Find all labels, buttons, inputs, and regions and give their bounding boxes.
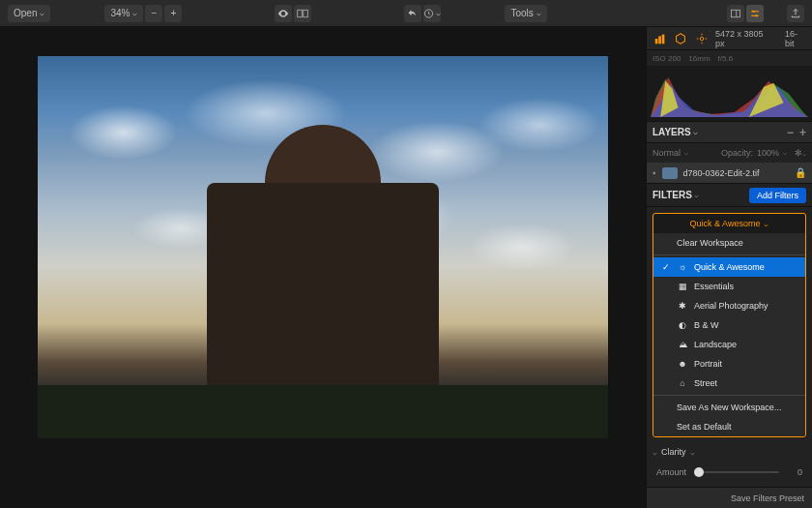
undo-button[interactable]: [404, 5, 421, 22]
undo-icon: [407, 8, 419, 19]
panel-layout-button[interactable]: [727, 5, 744, 22]
layer-thumbnail: [662, 167, 678, 179]
workspace-clear[interactable]: Clear Workspace: [653, 233, 805, 253]
workspace-dropdown: Quick & Awesome ⌵ Clear Workspace ✓ ☼ Qu…: [652, 213, 806, 437]
workspace-set-default[interactable]: Set as Default: [653, 417, 805, 436]
workspace-current[interactable]: Quick & Awesome ⌵: [653, 214, 805, 233]
blend-mode-select[interactable]: Normal: [652, 148, 681, 158]
workspace-item-quick-awesome[interactable]: ✓ ☼ Quick & Awesome: [653, 257, 805, 277]
layers-title: LAYERS: [652, 127, 691, 137]
check-icon: ✓: [661, 262, 671, 272]
svg-rect-11: [662, 34, 665, 44]
filters-panel-header: FILTERS ⌵ Add Filters: [647, 184, 812, 207]
opacity-label: Opacity:: [721, 148, 753, 158]
right-sidebar: 5472 x 3805 px 16-bit ISO 200 16mm f/5.6…: [646, 27, 812, 508]
zoom-out-button[interactable]: −: [145, 5, 162, 22]
workspace-set-default-label: Set as Default: [677, 422, 732, 432]
svg-point-8: [755, 15, 757, 16]
person-icon: ☻: [677, 359, 688, 369]
building-icon: ⌂: [677, 378, 688, 388]
canvas-area[interactable]: [0, 27, 646, 508]
svg-rect-10: [658, 36, 661, 44]
workspace-save-as-label: Save As New Workspace...: [677, 403, 781, 412]
clarity-amount-row: Amount 0: [647, 461, 812, 484]
sliders-panel-button[interactable]: [746, 5, 764, 22]
export-icon: [790, 8, 801, 19]
workspace-menu: Clear Workspace ✓ ☼ Quick & Awesome ▦ Es…: [653, 233, 805, 436]
history-icon: [423, 8, 434, 19]
workspace-item-label: Essentials: [694, 282, 734, 291]
layout-icon: [730, 8, 741, 19]
info-settings-icon[interactable]: [694, 31, 710, 46]
aperture-value: f/5.6: [718, 54, 734, 63]
preview-toggle-button[interactable]: [275, 5, 292, 22]
tools-button[interactable]: Tools ⌵: [505, 5, 546, 22]
circle-half-icon: ◐: [677, 320, 688, 330]
eye-icon: [277, 8, 289, 19]
open-button[interactable]: Open ⌵: [8, 5, 50, 22]
slider-thumb[interactable]: [694, 467, 704, 477]
image-dimensions: 5472 x 3805 px: [715, 29, 773, 48]
layers-collapse-icon[interactable]: −: [787, 127, 794, 138]
svg-rect-1: [304, 10, 308, 17]
workspace-item-label: Street: [694, 378, 717, 388]
sliders-icon: [749, 8, 761, 19]
chevron-down-icon[interactable]: ⌵: [694, 191, 699, 199]
info-histogram-icon[interactable]: [652, 31, 668, 46]
compare-button[interactable]: [294, 5, 311, 22]
zoom-in-button[interactable]: +: [164, 5, 182, 22]
workspace-save-as[interactable]: Save As New Workspace...: [653, 398, 805, 417]
grid-icon: ▦: [677, 282, 688, 291]
open-label: Open: [14, 8, 37, 18]
workspace-item-aerial[interactable]: ✱ Aerial Photography: [653, 296, 805, 315]
workspace-item-bw[interactable]: ◐ B & W: [653, 315, 805, 335]
workspace-item-label: Landscape: [694, 340, 737, 349]
history-button[interactable]: ⌵: [423, 5, 441, 22]
workspace-current-label: Quick & Awesome: [690, 219, 761, 228]
layer-controls: Normal⌵ Opacity: 100%⌵ ✻⌵: [647, 143, 812, 163]
add-filters-button[interactable]: Add Filters: [749, 188, 806, 203]
layer-row[interactable]: ▪ d780-0362-Edit-2.tif 🔒: [647, 163, 812, 184]
meta-bar: ISO 200 16mm f/5.6: [647, 50, 812, 66]
compare-icon: [297, 8, 308, 19]
filter-clarity[interactable]: ⌵ Clarity⌵: [647, 443, 812, 461]
layer-gear-icon[interactable]: ✻⌵: [795, 148, 806, 158]
workspace-item-label: Quick & Awesome: [694, 262, 765, 272]
svg-rect-0: [298, 10, 303, 17]
add-layer-icon[interactable]: +: [799, 127, 806, 138]
zoom-value-button[interactable]: 34% ⌵: [104, 5, 143, 22]
export-button[interactable]: [787, 5, 804, 22]
layers-panel-header[interactable]: LAYERS ⌵ − +: [647, 122, 812, 143]
mountain-icon: ⛰: [677, 340, 688, 349]
workspace-item-essentials[interactable]: ▦ Essentials: [653, 277, 805, 296]
top-toolbar: Open ⌵ 34% ⌵ − + ⌵ Tools ⌵: [0, 0, 812, 27]
workspace-item-portrait[interactable]: ☻ Portrait: [653, 354, 805, 374]
layer-name: d780-0362-Edit-2.tif: [683, 168, 760, 178]
info-bar: 5472 x 3805 px 16-bit: [647, 27, 812, 50]
iso-value: ISO 200: [652, 54, 681, 63]
filter-clarity-label: Clarity: [661, 447, 686, 457]
main-area: 5472 x 3805 px 16-bit ISO 200 16mm f/5.6…: [0, 27, 812, 508]
workspace-item-landscape[interactable]: ⛰ Landscape: [653, 335, 805, 354]
lock-icon[interactable]: 🔒: [795, 167, 806, 178]
svg-rect-3: [732, 10, 740, 17]
amount-slider[interactable]: [694, 471, 779, 473]
histogram: [647, 66, 812, 122]
layer-visibility-icon[interactable]: ▪: [652, 167, 656, 178]
svg-rect-9: [655, 39, 658, 44]
focal-value: 16mm: [688, 54, 710, 63]
amount-value: 0: [787, 467, 802, 477]
bit-depth: 16-bit: [785, 29, 806, 48]
svg-point-6: [752, 10, 754, 12]
filters-title: FILTERS: [652, 190, 692, 200]
sidebar-bottom-bar: Save Filters Preset: [647, 487, 812, 508]
zoom-value: 34%: [110, 8, 130, 18]
workspace-clear-label: Clear Workspace: [677, 238, 743, 248]
drone-icon: ✱: [677, 301, 688, 311]
save-filters-preset-button[interactable]: Save Filters Preset: [731, 493, 804, 503]
workspace-item-street[interactable]: ⌂ Street: [653, 374, 805, 393]
info-cube-icon[interactable]: [674, 31, 689, 46]
opacity-value[interactable]: 100%: [757, 148, 779, 158]
tools-label: Tools: [510, 8, 533, 18]
chevron-down-icon: ⌵: [652, 448, 657, 457]
